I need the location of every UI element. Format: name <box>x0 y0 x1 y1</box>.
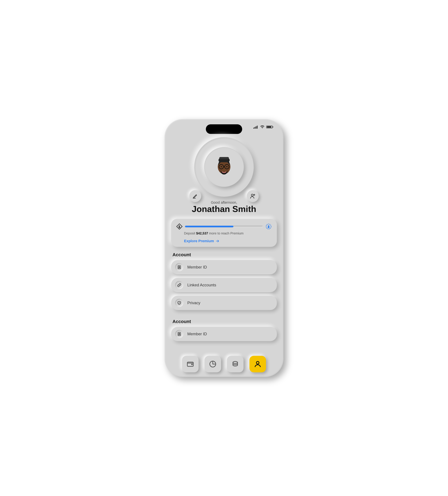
row-label: Linked Accounts <box>187 283 216 287</box>
svg-point-20 <box>179 266 179 267</box>
explore-premium-link[interactable]: Explore Premium <box>184 239 272 243</box>
row-label: Member ID <box>187 265 207 269</box>
link-icon <box>175 281 183 289</box>
svg-point-27 <box>256 361 259 364</box>
progress-fill <box>185 226 233 227</box>
phone-frame: Good afternoon, Jonathan Smith 1 2 Depos… <box>164 119 284 377</box>
svg-text:2: 2 <box>268 225 269 228</box>
svg-point-13 <box>221 166 222 167</box>
section-title: Account <box>172 319 276 324</box>
svg-rect-9 <box>219 157 229 159</box>
pencil-icon <box>193 193 198 199</box>
svg-text:1: 1 <box>179 225 180 228</box>
wallet-icon <box>186 360 194 368</box>
row-privacy[interactable]: Privacy <box>171 296 277 310</box>
user-plus-icon <box>250 193 256 199</box>
svg-point-26 <box>233 361 238 363</box>
coins-icon <box>231 360 239 368</box>
row-label: Privacy <box>187 301 200 305</box>
nav-coins[interactable] <box>227 356 243 372</box>
user-icon <box>254 360 262 368</box>
level-badge-next: 2 <box>265 223 272 230</box>
svg-point-22 <box>179 333 179 334</box>
avatar-illustration <box>213 156 235 178</box>
nav-wallet[interactable] <box>182 356 199 372</box>
svg-rect-2 <box>256 126 256 129</box>
dynamic-island <box>206 124 242 134</box>
deposit-hint: Deposit $42,537 more to reach Premium <box>184 232 272 235</box>
row-member-id[interactable]: Member ID <box>171 260 277 274</box>
level-badge-current: 1 <box>176 223 183 230</box>
bottom-nav <box>164 356 284 372</box>
signal-icon <box>254 125 258 129</box>
svg-rect-3 <box>257 126 257 129</box>
svg-rect-0 <box>254 128 254 129</box>
progress-row: 1 2 <box>176 223 272 230</box>
pie-chart-icon <box>209 360 217 368</box>
svg-point-14 <box>226 166 227 167</box>
svg-point-15 <box>251 194 253 196</box>
battery-icon <box>266 125 274 129</box>
add-user-button[interactable] <box>247 190 259 202</box>
id-card-icon <box>175 263 183 271</box>
deposit-suffix: more to reach Premium <box>208 232 244 235</box>
section-title: Account <box>172 252 276 257</box>
avatar[interactable] <box>210 153 238 181</box>
row-label: Member ID <box>187 332 207 336</box>
svg-point-24 <box>192 364 193 365</box>
shield-icon <box>175 299 183 307</box>
svg-rect-5 <box>267 126 271 128</box>
arrow-right-icon <box>216 239 220 243</box>
status-bar <box>254 125 274 129</box>
nav-profile[interactable] <box>249 356 266 372</box>
deposit-prefix: Deposit <box>184 232 196 235</box>
avatar-section: Good afternoon, Jonathan Smith <box>171 137 277 214</box>
deposit-amount: $42,537 <box>196 232 208 235</box>
svg-rect-1 <box>254 127 255 129</box>
user-name: Jonathan Smith <box>192 204 256 214</box>
progress-track <box>185 226 263 227</box>
row-member-id[interactable]: Member ID <box>171 327 277 341</box>
svg-rect-6 <box>273 126 273 127</box>
explore-premium-label: Explore Premium <box>184 239 214 243</box>
nav-stats[interactable] <box>205 356 221 372</box>
premium-progress-card[interactable]: 1 2 Deposit $42,537 more to reach Premiu… <box>171 219 277 247</box>
wifi-icon <box>260 125 265 129</box>
avatar-ring-outer <box>194 137 254 197</box>
avatar-ring-inner <box>204 147 244 187</box>
id-card-icon <box>175 330 183 338</box>
row-linked-accounts[interactable]: Linked Accounts <box>171 278 277 292</box>
edit-profile-button[interactable] <box>189 190 201 202</box>
